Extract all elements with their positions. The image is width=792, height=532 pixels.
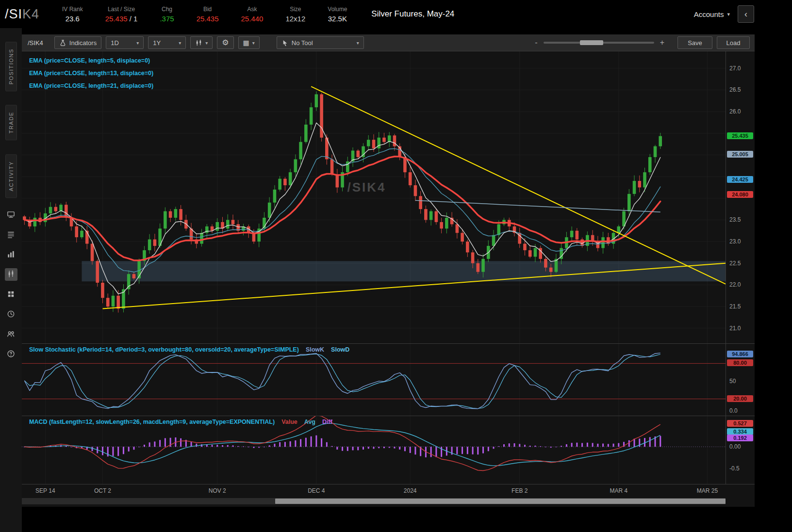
axis-tick: 21.0 <box>729 325 741 332</box>
gear-icon: ⚙ <box>222 39 229 47</box>
stochastic-pane: Slow Stochastic (kPeriod=14, dPeriod=3, … <box>22 344 755 416</box>
axis-tick: 21.5 <box>729 303 741 310</box>
left-sidebar: POSITIONSTRADEACTIVITY <box>0 28 22 532</box>
axis-badge: 24.080 <box>727 191 753 198</box>
axis-tick: 50 <box>729 378 736 385</box>
quote-field-label: Size <box>290 6 301 13</box>
grid-icon: ▦ <box>243 39 249 46</box>
price-axis: 27.026.526.023.523.022.522.021.521.025.4… <box>726 51 755 343</box>
quote-strip: IV Rank23.6Last / Size25.435 / 1Chg.375B… <box>62 6 369 23</box>
quote-field-label: IV Rank <box>62 6 83 13</box>
quote-field-label: Last / Size <box>108 6 135 13</box>
toolbar-symbol: /SIK4 <box>28 39 43 47</box>
header: /SIK4 IV Rank23.6Last / Size25.435 / 1Ch… <box>0 0 792 28</box>
instrument-title: Silver Futures, May-24 <box>371 9 454 19</box>
zoom-slider[interactable] <box>544 42 654 44</box>
chart-type-dropdown[interactable]: ▾ <box>190 36 213 49</box>
trading-platform: /SIK4 IV Rank23.6Last / Size25.435 / 1Ch… <box>0 0 792 532</box>
price-pane: /SIK4 EMA (price=CLOSE, length=5, displa… <box>22 51 755 344</box>
sidebar-tab-positions[interactable]: POSITIONS <box>5 42 17 91</box>
axis-badge: 0.192 <box>727 435 753 441</box>
quote-field-ask: Ask25.440 <box>241 6 264 23</box>
stochastic-axis: 500.094.86680.0020.00 <box>726 344 755 416</box>
flask-icon <box>59 39 66 47</box>
chart-area: /SIK4 EMA (price=CLOSE, length=5, displa… <box>22 51 755 507</box>
bar-chart-icon[interactable] <box>5 248 17 261</box>
people-icon[interactable] <box>5 328 17 340</box>
quote-field-chg: Chg.375 <box>160 6 174 23</box>
timeframe-value: 1D <box>111 39 119 47</box>
monitor-icon[interactable] <box>5 209 17 221</box>
axis-tick: 22.5 <box>729 260 741 267</box>
tool-label: No Tool <box>292 39 354 47</box>
scrollbar-row <box>22 497 755 507</box>
apps-icon[interactable] <box>5 288 17 301</box>
time-axis-label: MAR 4 <box>610 487 627 494</box>
axis-badge: 25.435 <box>727 132 753 139</box>
axis-tick: 0.00 <box>729 443 741 450</box>
quote-field-value: 25.435 <box>197 15 219 23</box>
svg-text:/SIK4: /SIK4 <box>347 180 386 194</box>
axis-badge: 94.866 <box>727 351 753 357</box>
quote-field-size: Size12x12 <box>285 6 305 23</box>
indicators-label: Indicators <box>69 39 97 47</box>
accounts-dropdown[interactable]: Accounts ▾ <box>694 10 730 18</box>
load-button[interactable]: Load <box>717 36 750 49</box>
time-axis-label: NOV 2 <box>209 487 226 494</box>
axis-tick: 22.0 <box>729 281 741 288</box>
range-dropdown[interactable]: 1Y ▾ <box>148 36 186 49</box>
candle-chart-icon[interactable] <box>5 268 17 281</box>
settings-button[interactable]: ⚙ <box>217 36 233 49</box>
timeframe-dropdown[interactable]: 1D ▾ <box>106 36 144 49</box>
chevron-down-icon: ▾ <box>357 40 359 46</box>
sidebar-icons <box>5 209 17 360</box>
drawing-tool-dropdown[interactable]: No Tool ▾ <box>277 36 364 49</box>
accounts-label: Accounts <box>694 10 724 18</box>
axis-tick: -0.5 <box>729 465 740 472</box>
stochastic-chart[interactable] <box>22 344 726 416</box>
sidebar-tab-trade[interactable]: TRADE <box>5 105 17 140</box>
axis-badge: 24.425 <box>727 176 753 183</box>
quote-field-value: 23.6 <box>66 15 80 23</box>
scrollbar-thumb[interactable] <box>275 499 726 504</box>
zoom-in-button[interactable]: + <box>660 38 664 47</box>
zoom-slider-thumb[interactable] <box>580 40 603 45</box>
axis-tick: 23.0 <box>729 238 741 245</box>
quote-field-value: 25.435 / 1 <box>105 15 138 23</box>
help-icon[interactable] <box>5 348 17 360</box>
indicators-button[interactable]: Indicators <box>54 36 101 49</box>
time-axis-label: SEP 14 <box>35 487 55 494</box>
zoom-control: - + <box>535 38 664 47</box>
time-axis-label: DEC 4 <box>308 487 325 494</box>
quote-field-label: Chg <box>162 6 172 13</box>
sidebar-tab-activity[interactable]: ACTIVITY <box>5 154 17 198</box>
symbol-root: /SI <box>5 7 22 21</box>
price-chart[interactable]: /SIK4 <box>22 51 726 343</box>
chart-scrollbar[interactable] <box>22 498 726 504</box>
clock-icon[interactable] <box>5 308 17 321</box>
quote-field-label: Volume <box>328 6 347 13</box>
chevron-down-icon: ▾ <box>252 40 255 46</box>
axis-badge: 80.00 <box>727 359 753 366</box>
axis-badge: 0.334 <box>727 428 753 435</box>
time-axis-label: OCT 2 <box>94 487 111 494</box>
macd-chart[interactable] <box>22 416 726 484</box>
chevron-down-icon: ▾ <box>136 40 139 46</box>
quote-field-iv-rank: IV Rank23.6 <box>62 6 83 23</box>
chevron-down-icon: ▾ <box>727 11 730 17</box>
layout-dropdown[interactable]: ▦ ▾ <box>238 36 260 49</box>
axis-badge: 0.527 <box>727 420 753 427</box>
save-button[interactable]: Save <box>677 36 712 49</box>
zoom-out-button[interactable]: - <box>535 38 537 47</box>
symbol: /SIK4 <box>5 7 62 22</box>
collapse-panel-button[interactable]: ‹ <box>738 5 754 23</box>
quote-field-value: .375 <box>160 15 174 23</box>
time-axis-label: FEB 2 <box>512 487 528 494</box>
quote-field-label: Bid <box>203 6 212 13</box>
cursor-icon <box>281 39 289 47</box>
quote-field-volume: Volume32.5K <box>328 6 347 23</box>
chevron-down-icon: ▾ <box>205 40 208 46</box>
main-content: /SIK4 Indicators 1D ▾ 1Y ▾ ▾ ⚙ ▦ <box>22 28 755 506</box>
quote-field-label: Ask <box>247 6 257 13</box>
list-icon[interactable] <box>5 228 17 241</box>
